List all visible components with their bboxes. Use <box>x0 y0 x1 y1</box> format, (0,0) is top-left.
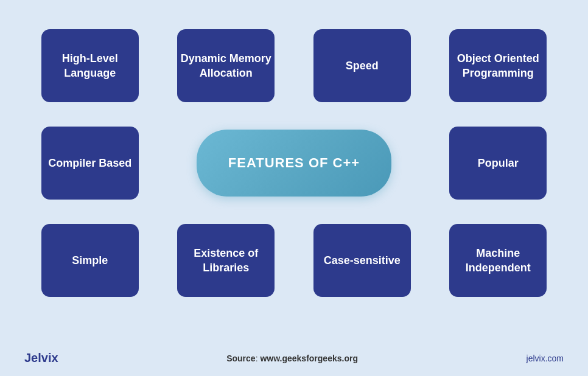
card-oop: Object Oriented Programming <box>449 29 547 102</box>
center-label: FEATURES OF C++ <box>228 155 360 171</box>
card-label-dynamic-memory-allocation: Dynamic Memory Allocation <box>177 51 275 81</box>
cell-compiler-based: Compiler Based <box>22 114 158 212</box>
cell-existence-of-libraries: Existence of Libraries <box>158 212 295 309</box>
card-dynamic-memory-allocation: Dynamic Memory Allocation <box>177 29 275 102</box>
card-existence-of-libraries: Existence of Libraries <box>177 224 275 297</box>
card-machine-independent: Machine Independent <box>449 224 547 297</box>
card-popular: Popular <box>449 127 547 200</box>
footer-url: jelvix.com <box>527 353 564 363</box>
cell-machine-independent: Machine Independent <box>430 212 567 309</box>
cell-oop: Object Oriented Programming <box>430 17 567 114</box>
card-label-simple: Simple <box>72 253 108 268</box>
cell-high-level-language: High-Level Language <box>22 17 158 114</box>
main-container: High-Level Language Dynamic Memory Alloc… <box>0 0 588 376</box>
center-features-card: FEATURES OF C++ <box>197 130 391 197</box>
cell-popular: Popular <box>430 114 567 212</box>
card-label-popular: Popular <box>478 156 519 170</box>
footer-brand: Jelvix <box>24 351 58 365</box>
card-label-oop: Object Oriented Programming <box>449 51 547 81</box>
card-label-existence-of-libraries: Existence of Libraries <box>177 246 275 276</box>
cell-simple: Simple <box>22 212 158 309</box>
footer: Jelvix Source: www.geeksforgeeks.org jel… <box>0 351 588 365</box>
cell-speed: Speed <box>294 17 430 114</box>
cell-case-sensitive: Case-sensitive <box>294 212 430 309</box>
card-label-compiler-based: Compiler Based <box>48 156 131 170</box>
cell-dynamic-memory-allocation: Dynamic Memory Allocation <box>158 17 295 114</box>
card-label-machine-independent: Machine Independent <box>449 246 547 276</box>
card-case-sensitive: Case-sensitive <box>313 224 411 297</box>
footer-source-label: Source <box>226 353 255 363</box>
card-high-level-language: High-Level Language <box>41 29 139 102</box>
card-simple: Simple <box>41 224 139 297</box>
card-speed: Speed <box>313 29 411 102</box>
footer-source-url: www.geeksforgeeks.org <box>260 353 358 363</box>
card-label-high-level-language: High-Level Language <box>41 51 139 81</box>
card-label-case-sensitive: Case-sensitive <box>324 253 401 268</box>
features-grid: High-Level Language Dynamic Memory Alloc… <box>22 17 566 346</box>
card-label-speed: Speed <box>346 58 379 73</box>
footer-source: Source: www.geeksforgeeks.org <box>226 353 358 363</box>
card-compiler-based: Compiler Based <box>41 127 139 200</box>
